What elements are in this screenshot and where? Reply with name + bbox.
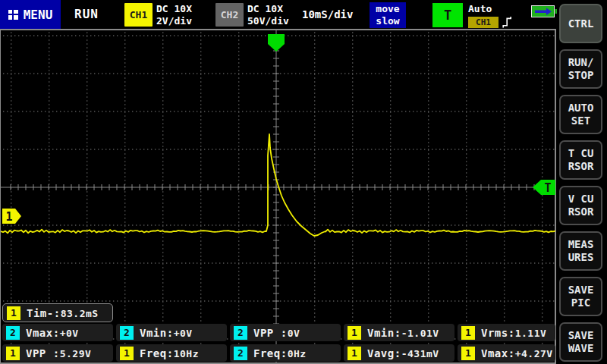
channel-2-badge: 2 bbox=[120, 326, 134, 340]
battery-charging-icon bbox=[531, 5, 557, 18]
sidebar-button-auto-set[interactable]: AUTO SET bbox=[559, 95, 602, 134]
menu-label: MENU bbox=[24, 8, 53, 22]
sidebar-button-ctrl[interactable]: CTRL bbox=[559, 4, 602, 43]
channel-2-badge: 2 bbox=[234, 347, 247, 360]
measurement-text: VPP :5.29V bbox=[26, 347, 91, 359]
measurement-text: Vavg:-431mV bbox=[367, 347, 439, 359]
sidebar-button-column: CTRLRUN/ STOPAUTO SETT CU RSORV CU RSORM… bbox=[558, 0, 607, 364]
sidebar-button-t-cursor[interactable]: T CU RSOR bbox=[559, 140, 602, 180]
ch2-settings: DC 10X 50V/div bbox=[247, 3, 289, 27]
measurement-text: Vmin:+0V bbox=[140, 327, 193, 339]
trigger-position-marker[interactable] bbox=[268, 34, 285, 52]
sidebar-button-measures[interactable]: MEAS URES bbox=[559, 231, 602, 271]
ch1-settings: DC 10X 2V/div bbox=[156, 3, 192, 27]
measurement-text: Tim-:83.2mS bbox=[27, 307, 99, 319]
channel-1-badge: 1 bbox=[348, 347, 361, 360]
menu-button[interactable]: MENU bbox=[0, 0, 61, 29]
trigger-source-row: CH1 bbox=[468, 16, 512, 29]
menu-grid-icon bbox=[8, 10, 18, 20]
channel-1-badge: 1 bbox=[348, 326, 361, 340]
measurement-text: Vmax:+0V bbox=[26, 327, 79, 339]
measurement-text: Freq:0Hz bbox=[253, 347, 307, 359]
move-slow-button[interactable]: move slow bbox=[370, 2, 406, 28]
header-bar: MENU RUN CH1 DC 10X 2V/div CH2 DC 10X 50… bbox=[0, 0, 556, 30]
measurement-vrms-ch1: 1Vrms:1.11V bbox=[458, 324, 555, 341]
measurement-text: Vrms:1.11V bbox=[481, 327, 546, 339]
ch2-badge[interactable]: CH2 bbox=[215, 3, 244, 27]
measurement-freq-ch1: 1Freq:10Hz bbox=[116, 344, 227, 362]
measurement-freq-ch2: 2Freq:0Hz bbox=[230, 344, 341, 362]
waveform-display: T1 1Tim-:83.2mS2Vmax:+0V2Vmin:+0V2VPP :0… bbox=[0, 30, 556, 364]
channel-1-badge: 1 bbox=[120, 347, 134, 360]
ch2-coupling: DC 10X bbox=[247, 3, 283, 14]
ch1-coupling: DC 10X bbox=[156, 3, 192, 14]
measurement-vmax-ch2: 2Vmax:+0V bbox=[2, 324, 113, 341]
ch1-scale: 2V/div bbox=[156, 15, 192, 27]
measurement-tim-ch1: 1Tim-:83.2mS bbox=[2, 303, 113, 322]
run-status: RUN bbox=[74, 0, 99, 29]
channel-1-badge: 1 bbox=[461, 347, 475, 360]
trigger-edge-rising-icon bbox=[502, 16, 512, 29]
sidebar-button-save-wave[interactable]: SAVE WAVE bbox=[559, 322, 602, 362]
ch1-zero-label: 1 bbox=[5, 210, 12, 224]
measurement-vpp-ch1: 1VPP :5.29V bbox=[2, 344, 113, 362]
channel-2-badge: 2 bbox=[234, 326, 247, 340]
sidebar-button-save-pic[interactable]: SAVE PIC bbox=[559, 277, 602, 316]
trigger-mode: Auto bbox=[468, 3, 492, 14]
slow-label: slow bbox=[376, 15, 399, 27]
sidebar-button-run-stop[interactable]: RUN/ STOP bbox=[559, 49, 602, 89]
measurement-text: VPP :0V bbox=[253, 327, 300, 339]
measurement-vavg-ch1: 1Vavg:-431mV bbox=[344, 344, 454, 362]
channel-2-badge: 2 bbox=[6, 326, 20, 340]
channel-1-badge: 1 bbox=[6, 347, 20, 360]
ch1-badge[interactable]: CH1 bbox=[124, 3, 153, 27]
timebase-readout: 10mS/div bbox=[302, 0, 353, 29]
ch2-scale: 50V/div bbox=[247, 15, 289, 27]
trigger-level-label: T bbox=[544, 181, 551, 195]
measurement-text: Vmin:-1.01V bbox=[367, 327, 439, 339]
trigger-source-badge: CH1 bbox=[468, 17, 498, 28]
measurement-vpp-ch2: 2VPP :0V bbox=[230, 324, 341, 341]
channel-1-badge: 1 bbox=[461, 326, 475, 340]
measurement-text: Vmax:+4.27V bbox=[481, 347, 553, 359]
measurement-vmin-ch2: 2Vmin:+0V bbox=[116, 324, 227, 341]
measurement-vmax-ch1: 1Vmax:+4.27V bbox=[458, 344, 555, 362]
move-label: move bbox=[376, 3, 399, 14]
trigger-badge[interactable]: T bbox=[432, 3, 463, 27]
oscilloscope-screen: MENU RUN CH1 DC 10X 2V/div CH2 DC 10X 50… bbox=[0, 0, 607, 364]
measurement-text: Freq:10Hz bbox=[140, 347, 199, 359]
channel-1-badge: 1 bbox=[7, 306, 20, 320]
measurement-vmin-ch1: 1Vmin:-1.01V bbox=[344, 324, 454, 341]
sidebar-button-v-cursor[interactable]: V CU RSOR bbox=[559, 186, 602, 225]
